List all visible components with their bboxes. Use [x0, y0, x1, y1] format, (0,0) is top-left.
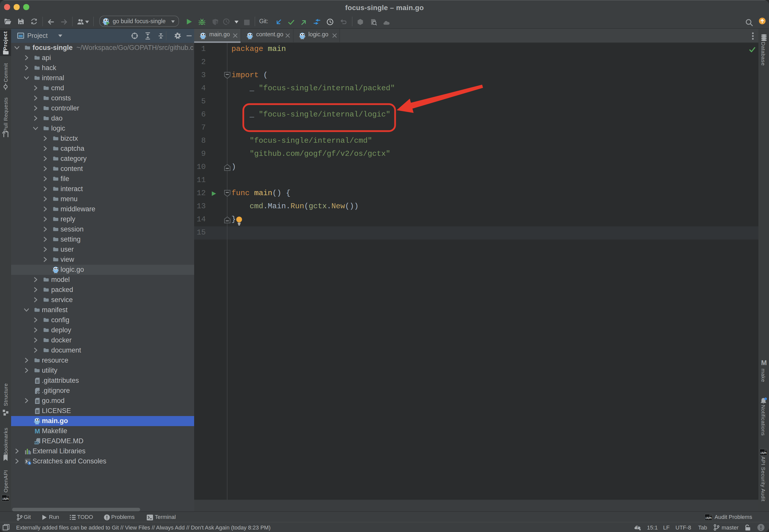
- svg-text:M: M: [34, 427, 40, 435]
- svg-text:/API: /API: [760, 451, 766, 455]
- svg-text:MD: MD: [34, 441, 38, 444]
- svg-text:/API: /API: [3, 497, 9, 500]
- svg-text:/API: /API: [705, 516, 712, 520]
- svg-text:M: M: [761, 359, 767, 366]
- svg-text:?: ?: [636, 525, 638, 529]
